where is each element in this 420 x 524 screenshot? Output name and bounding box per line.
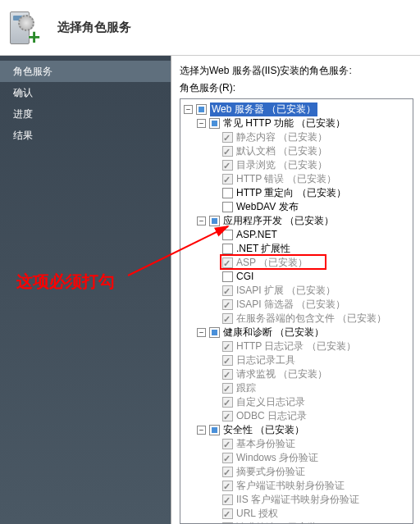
content-pane: 选择为Web 服务器(IIS)安装的角色服务: 角色服务(R): −Web 服务… [171, 56, 420, 524]
tree-node-label: 安全性 （已安装） [223, 423, 304, 437]
tree-node-label: HTTP 重定向 （已安装） [236, 186, 346, 200]
checkbox[interactable] [209, 327, 220, 338]
tree-node-label: IIS 客户端证书映射身份验证 [236, 493, 359, 507]
tree-row[interactable]: 请求监视 （已安装） [184, 367, 409, 381]
tree-row[interactable]: 跟踪 [184, 381, 409, 395]
tree-row[interactable]: −常见 HTTP 功能 （已安装） [184, 116, 409, 130]
checkbox[interactable] [209, 118, 220, 129]
checkbox[interactable] [222, 202, 233, 212]
expander-icon[interactable]: − [197, 216, 206, 226]
tree-row[interactable]: ODBC 日志记录 [184, 409, 409, 423]
tree-row[interactable]: HTTP 重定向 （已安装） [184, 186, 409, 200]
role-services-tree[interactable]: −Web 服务器 （已安装）−常见 HTTP 功能 （已安装）静态内容 （已安装… [180, 98, 413, 524]
tree-row[interactable]: HTTP 日志记录 （已安装） [184, 339, 409, 353]
tree-row[interactable]: ISAPI 扩展 （已安装） [184, 284, 409, 298]
tree-node-label: ASP.NET [236, 228, 277, 242]
tree-node-label: ODBC 日志记录 [236, 409, 307, 423]
tree-node-label: ISAPI 扩展 （已安装） [236, 284, 336, 298]
checkbox[interactable] [209, 425, 220, 435]
tree-node-label: ASP （已安装） [236, 256, 308, 270]
tree-node-label: 基本身份验证 [236, 437, 295, 451]
tree-node-label: 健康和诊断 （已安装） [223, 326, 324, 339]
tree-row[interactable]: −Web 服务器 （已安装） [184, 103, 409, 116]
tree-node-label: 常见 HTTP 功能 （已安装） [223, 116, 345, 130]
checkbox [222, 132, 233, 143]
tree-row[interactable]: 请求筛选 （已安装） [184, 521, 409, 524]
checkbox[interactable] [222, 230, 233, 240]
expander-icon[interactable]: − [197, 328, 206, 337]
checkbox [222, 341, 233, 352]
checkbox [222, 508, 233, 519]
tree-node-label: 自定义日志记录 [236, 395, 305, 409]
checkbox [222, 174, 233, 185]
tree-row[interactable]: WebDAV 发布 [184, 200, 409, 214]
tree-row[interactable]: ISAPI 筛选器 （已安装） [184, 298, 409, 312]
tree-node-label: Windows 身份验证 [236, 451, 318, 465]
checkbox [222, 411, 233, 421]
tree-node-label: .NET 扩展性 [236, 242, 290, 256]
checkbox [222, 355, 233, 366]
tree-row[interactable]: −应用程序开发 （已安装） [184, 214, 409, 228]
sidebar-item-2[interactable]: 进度 [0, 103, 171, 125]
tree-row[interactable]: 日志记录工具 [184, 353, 409, 367]
tree-row[interactable]: Windows 身份验证 [184, 451, 409, 465]
tree-node-label: Web 服务器 （已安装） [210, 103, 317, 116]
tree-node-label: 静态内容 （已安装） [236, 130, 327, 144]
tree-row[interactable]: 目录浏览 （已安装） [184, 158, 409, 172]
tree-node-label: HTTP 日志记录 （已安装） [236, 339, 356, 353]
tree-row[interactable]: 在服务器端的包含文件 （已安装） [184, 312, 409, 326]
tree-row[interactable]: 基本身份验证 [184, 437, 409, 451]
sidebar-item-3[interactable]: 结果 [0, 125, 171, 146]
checkbox[interactable] [222, 271, 233, 282]
tree-row[interactable]: 默认文档 （已安装） [184, 144, 409, 158]
tree-row[interactable]: 摘要式身份验证 [184, 465, 409, 479]
expander-icon[interactable]: − [197, 119, 206, 128]
tree-node-label: 请求筛选 （已安装） [236, 521, 327, 524]
checkbox [222, 439, 233, 449]
tree-row[interactable]: −安全性 （已安装） [184, 423, 409, 437]
tree-node-label: 应用程序开发 （已安装） [223, 214, 334, 228]
tree-row[interactable]: 自定义日志记录 [184, 395, 409, 409]
tree-row[interactable]: IIS 客户端证书映射身份验证 [184, 493, 409, 507]
tree-node-label: 在服务器端的包含文件 （已安装） [236, 312, 386, 326]
sidebar-item-0[interactable]: 角色服务 [0, 61, 171, 82]
checkbox[interactable] [222, 188, 233, 198]
tree-node-label: 客户端证书映射身份验证 [236, 479, 345, 493]
expander-icon[interactable]: − [197, 426, 206, 435]
checkbox [222, 160, 233, 171]
tree-row[interactable]: 客户端证书映射身份验证 [184, 479, 409, 493]
checkbox [222, 397, 233, 408]
tree-row[interactable]: ASP （已安装） [184, 256, 409, 270]
tree-row[interactable]: −健康和诊断 （已安装） [184, 326, 409, 339]
tree-row[interactable]: CGI [184, 270, 409, 284]
tree-node-label: 摘要式身份验证 [236, 465, 305, 479]
tree-row[interactable]: ASP.NET [184, 228, 409, 242]
expander-icon[interactable]: − [184, 105, 193, 114]
checkbox [222, 453, 233, 463]
checkbox [222, 481, 233, 491]
checkbox [222, 467, 233, 477]
wizard-header: + 选择角色服务 [0, 0, 420, 56]
checkbox[interactable] [196, 104, 207, 115]
tree-row[interactable]: .NET 扩展性 [184, 242, 409, 256]
checkbox [222, 146, 233, 157]
checkbox [222, 369, 233, 380]
tree-node-label: 目录浏览 （已安装） [236, 158, 327, 172]
tree-row[interactable]: URL 授权 [184, 507, 409, 521]
tree-node-label: CGI [236, 270, 253, 284]
tree-node-label: HTTP 错误 （已安装） [236, 172, 336, 186]
annotation-text: 这项必须打勾 [16, 271, 115, 293]
checkbox [222, 299, 233, 310]
checkbox[interactable] [209, 216, 220, 226]
tree-row[interactable]: 静态内容 （已安装） [184, 130, 409, 144]
sidebar-item-1[interactable]: 确认 [0, 82, 171, 103]
tree-label: 角色服务(R): [180, 81, 413, 95]
tree-node-label: 请求监视 （已安装） [236, 367, 327, 381]
tree-node-label: ISAPI 筛选器 （已安装） [236, 298, 345, 312]
tree-node-label: WebDAV 发布 [236, 200, 299, 214]
tree-row[interactable]: HTTP 错误 （已安装） [184, 172, 409, 186]
instruction-text: 选择为Web 服务器(IIS)安装的角色服务: [180, 64, 413, 78]
checkbox [222, 313, 233, 324]
tree-node-label: URL 授权 [236, 507, 278, 521]
checkbox[interactable] [222, 244, 233, 254]
